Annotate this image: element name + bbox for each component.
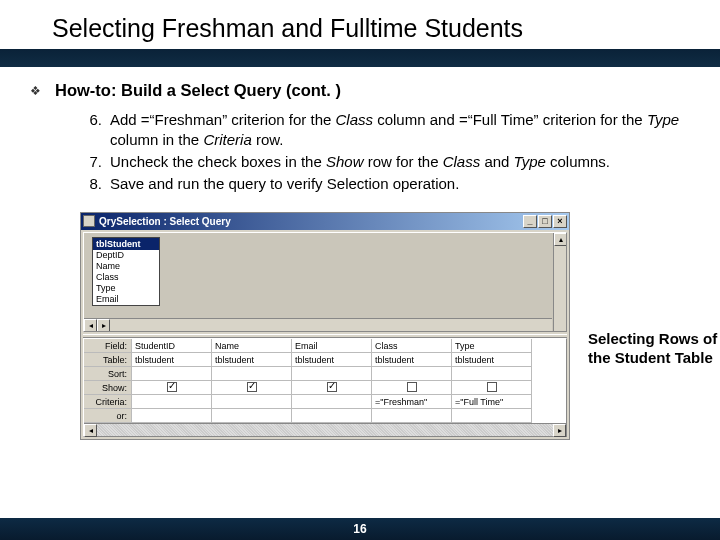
table-box[interactable]: tblStudent DeptIDNameClassTypeEmail (92, 237, 160, 306)
row-label: or: (84, 409, 132, 423)
show-cell[interactable] (292, 381, 372, 395)
or-cell[interactable] (132, 409, 212, 423)
scroll-left-icon[interactable]: ◂ (84, 319, 97, 332)
show-cell[interactable] (212, 381, 292, 395)
field-item[interactable]: Email (93, 294, 159, 305)
show-checkbox[interactable] (327, 382, 337, 392)
step-item: 7.Uncheck the check boxes in the Show ro… (80, 152, 690, 172)
step-number: 8. (80, 174, 102, 194)
table-cell[interactable]: tblstudent (452, 353, 532, 367)
scroll-right-icon[interactable]: ▸ (97, 319, 110, 332)
slide-footer: 16 (0, 518, 720, 540)
vertical-scrollbar[interactable]: ▴ (553, 233, 566, 331)
scroll-up-icon[interactable]: ▴ (554, 233, 567, 246)
scroll-right-icon[interactable]: ▸ (553, 424, 566, 437)
slide-title: Selecting Freshman and Fulltime Students (52, 14, 720, 43)
close-button[interactable]: × (553, 215, 567, 228)
step-text: Uncheck the check boxes in the Show row … (110, 152, 610, 172)
criteria-cell[interactable]: ="Freshman" (372, 395, 452, 409)
field-cell[interactable]: Class (372, 339, 452, 353)
row-label: Field: (84, 339, 132, 353)
field-item[interactable]: Name (93, 261, 159, 272)
show-checkbox[interactable] (247, 382, 257, 392)
field-item[interactable]: Class (93, 272, 159, 283)
field-cell[interactable]: Type (452, 339, 532, 353)
sort-cell[interactable] (372, 367, 452, 381)
or-cell[interactable] (292, 409, 372, 423)
row-label: Sort: (84, 367, 132, 381)
show-cell[interactable] (452, 381, 532, 395)
design-grid-pane: Field:StudentIDNameEmailClassTypeTable:t… (83, 338, 567, 437)
scroll-left-icon[interactable]: ◂ (84, 424, 97, 437)
field-cell[interactable]: Name (212, 339, 292, 353)
table-pane: tblStudent DeptIDNameClassTypeEmail ▴ ◂ … (83, 232, 567, 332)
table-cell[interactable]: tblstudent (292, 353, 372, 367)
minimize-button[interactable]: _ (523, 215, 537, 228)
title-underline (0, 49, 720, 67)
field-cell[interactable]: Email (292, 339, 372, 353)
subtitle: How-to: Build a Select Query (cont. ) (55, 81, 341, 100)
field-item[interactable]: Type (93, 283, 159, 294)
maximize-button[interactable]: □ (538, 215, 552, 228)
show-checkbox[interactable] (407, 382, 417, 392)
sort-cell[interactable] (132, 367, 212, 381)
table-cell[interactable]: tblstudent (212, 353, 292, 367)
criteria-cell[interactable] (132, 395, 212, 409)
step-list: 6.Add =“Freshman” criterion for the Clas… (30, 100, 690, 194)
table-name: tblStudent (93, 238, 159, 250)
or-cell[interactable] (212, 409, 292, 423)
criteria-cell[interactable]: ="Full Time" (452, 395, 532, 409)
step-item: 6.Add =“Freshman” criterion for the Clas… (80, 110, 690, 150)
or-cell[interactable] (452, 409, 532, 423)
titlebar: QrySelection : Select Query _ □ × (81, 213, 569, 230)
row-label: Show: (84, 381, 132, 395)
sort-cell[interactable] (292, 367, 372, 381)
row-label: Criteria: (84, 395, 132, 409)
step-text: Add =“Freshman” criterion for the Class … (110, 110, 690, 150)
step-item: 8.Save and run the query to verify Selec… (80, 174, 690, 194)
design-grid: Field:StudentIDNameEmailClassTypeTable:t… (84, 339, 566, 423)
field-cell[interactable]: StudentID (132, 339, 212, 353)
horizontal-scrollbar[interactable]: ◂ ▸ (84, 318, 552, 331)
row-label: Table: (84, 353, 132, 367)
step-number: 7. (80, 152, 102, 172)
criteria-cell[interactable] (292, 395, 372, 409)
field-item[interactable]: DeptID (93, 250, 159, 261)
step-text: Save and run the query to verify Selecti… (110, 174, 459, 194)
query-window: QrySelection : Select Query _ □ × tblStu… (80, 212, 570, 440)
sort-cell[interactable] (212, 367, 292, 381)
step-number: 6. (80, 110, 102, 150)
or-cell[interactable] (372, 409, 452, 423)
window-title: QrySelection : Select Query (99, 216, 522, 227)
table-cell[interactable]: tblstudent (372, 353, 452, 367)
bullet-icon: ❖ (30, 84, 41, 98)
sort-cell[interactable] (452, 367, 532, 381)
show-checkbox[interactable] (487, 382, 497, 392)
page-number: 16 (353, 522, 366, 536)
show-cell[interactable] (372, 381, 452, 395)
app-icon (83, 215, 95, 227)
show-cell[interactable] (132, 381, 212, 395)
criteria-cell[interactable] (212, 395, 292, 409)
figure-caption: Selecting Rows of the Student Table (588, 330, 720, 368)
show-checkbox[interactable] (167, 382, 177, 392)
table-cell[interactable]: tblstudent (132, 353, 212, 367)
grid-scrollbar[interactable]: ◂ ▸ (84, 423, 566, 436)
